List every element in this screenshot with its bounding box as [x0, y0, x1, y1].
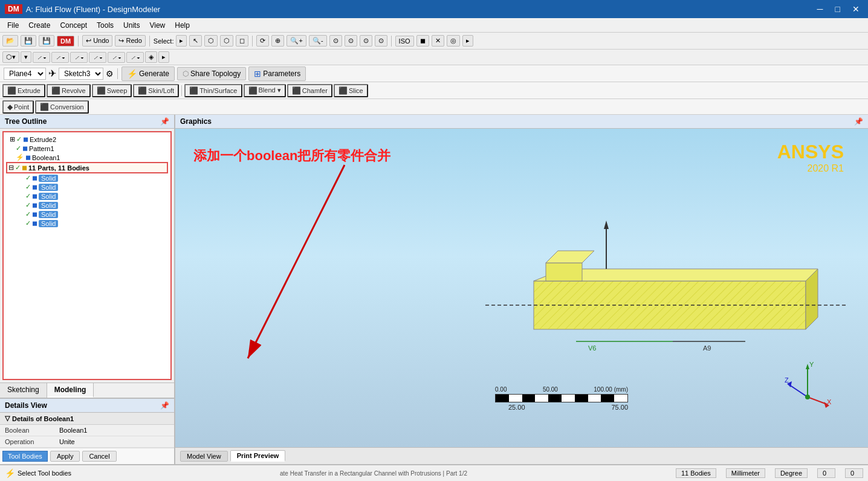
t2-btn1[interactable]: ⬡▾ [2, 51, 19, 63]
tree-item-solid6[interactable]: ✓ ◼ Solid [6, 219, 168, 228]
svg-text:V6: V6 [588, 344, 596, 352]
details-value-boolean: Boolean1 [54, 425, 174, 436]
details-view-title: Details View [5, 401, 47, 410]
t2-btn3[interactable]: ⟋▾ [33, 52, 50, 63]
tree-item-solid1[interactable]: ✓ ◼ Solid [6, 173, 168, 182]
toolbar-open[interactable]: 📂 [2, 35, 18, 47]
details-pin-icon[interactable]: 📌 [160, 401, 169, 410]
zoom-box-btn[interactable]: ⊙ [345, 35, 357, 47]
sketch-icon[interactable]: ⚙ [106, 69, 114, 79]
tree-item-extrude2[interactable]: ⊞ ✓ ◼ Extrude2 [6, 135, 168, 144]
menu-help[interactable]: Help [170, 20, 195, 31]
extra-btn[interactable]: ▸ [462, 35, 473, 47]
point-button[interactable]: ◆ Point [2, 100, 34, 114]
pan-btn[interactable]: ⊕ [271, 35, 284, 47]
parameters-icon: ⊞ [254, 69, 261, 79]
tree-expand-parts[interactable]: ⊟ [8, 164, 14, 172]
rotate-btn[interactable]: ⟳ [256, 35, 269, 47]
tab-print-preview[interactable]: Print Preview [230, 450, 286, 462]
feature-bar2: ◆ Point ⬛ Conversion [0, 99, 868, 115]
tree-item-solid2[interactable]: ✓ ◼ Solid [6, 182, 168, 192]
tree-icon-solid3: ◼ [32, 192, 37, 200]
tree-item-pattern1[interactable]: ✓ ◼ Pattern1 [6, 144, 168, 153]
menu-view[interactable]: View [144, 20, 170, 31]
display-btn[interactable]: ◎ [447, 35, 460, 47]
tab-sketching[interactable]: Sketching [0, 383, 47, 398]
iso-view-btn[interactable]: ISO [395, 36, 414, 47]
menu-units[interactable]: Units [118, 20, 144, 31]
apply-button[interactable]: Apply [50, 451, 80, 462]
tree-item-solid5[interactable]: ✓ ◼ Solid [6, 210, 168, 219]
menu-create[interactable]: Create [24, 20, 55, 31]
share-topology-button[interactable]: ⬡ Share Topology [177, 67, 246, 80]
select-mode4[interactable]: ⬡ [220, 35, 233, 47]
tree-check-parts: ✓ [15, 164, 21, 172]
t2-btn7[interactable]: ⟋▾ [108, 52, 125, 63]
tree-expand-extrude2[interactable]: ⊞ [10, 135, 15, 143]
tree-pin-icon[interactable]: 📌 [160, 117, 169, 126]
zoom-out-btn[interactable]: 🔍- [309, 35, 327, 47]
next-view-btn[interactable]: ⊙ [375, 35, 387, 47]
prev-view-btn[interactable]: ⊙ [360, 35, 372, 47]
tree-icon-solid5: ◼ [32, 210, 37, 218]
t2-btn10[interactable]: ▸ [158, 51, 169, 63]
close-button[interactable]: ✕ [849, 4, 863, 14]
app-logo: DM [5, 4, 22, 14]
graphics-pin-icon[interactable]: 📌 [854, 117, 863, 126]
select-mode1[interactable]: ▸ [176, 35, 187, 47]
parameters-button[interactable]: ⊞ Parameters [248, 66, 306, 81]
chamfer-button[interactable]: ⬛ Chamfer [287, 84, 332, 97]
render1-btn[interactable]: ◼ [416, 35, 429, 47]
thinsurface-button[interactable]: ⬛ Thin/Surface [184, 84, 242, 97]
tree-item-solid3[interactable]: ✓ ◼ Solid [6, 192, 168, 201]
details-view-header: Details View 📌 [0, 399, 174, 413]
plane-select[interactable]: Plane4 [4, 68, 46, 80]
t2-btn4[interactable]: ⟋▾ [51, 52, 69, 63]
generate-button[interactable]: ⚡ Generate [121, 66, 175, 81]
revolve-button[interactable]: ⬛ Revolve [47, 84, 91, 97]
zoom-in-btn[interactable]: 🔍+ [287, 35, 306, 47]
tool-bodies-label[interactable]: Tool Bodies [2, 451, 48, 462]
sketch-select[interactable]: Sketch3 [59, 68, 103, 80]
graphics-content[interactable]: 添加一个boolean把所有零件合并 ANSYS 2020 R1 [175, 129, 868, 447]
undo-button[interactable]: ↩ Undo [82, 35, 112, 47]
skinloft-button[interactable]: ⬛ Skin/Loft [133, 84, 179, 97]
tree-item-solid4[interactable]: ✓ ◼ Solid [6, 201, 168, 210]
redo-button[interactable]: ↪ Redo [115, 35, 145, 47]
t2-btn6[interactable]: ⟋▾ [89, 52, 106, 63]
select-mode5[interactable]: ◻ [236, 35, 248, 47]
sweep-button[interactable]: ⬛ Sweep [92, 84, 132, 97]
t2-btn2[interactable]: ▾ [21, 51, 31, 63]
minimize-button[interactable]: ─ [814, 4, 827, 14]
sep6 [181, 85, 182, 96]
slice-button[interactable]: ⬛ Slice [334, 84, 368, 97]
t2-btn9[interactable]: ◈ [145, 51, 157, 63]
scale-sub-75: 75.00 [611, 404, 628, 411]
plane-icon[interactable]: ✈ [48, 68, 56, 79]
menu-file[interactable]: File [2, 20, 24, 31]
tree-item-parts[interactable]: ⊟ ✓ ◼ 11 Parts, 11 Bodies [6, 162, 168, 173]
select-mode2[interactable]: ↖ [189, 35, 202, 47]
menu-tools[interactable]: Tools [92, 20, 118, 31]
app-wrapper: DM A: Fluid Flow (Fluent) - DesignModele… [0, 0, 868, 481]
tree-item-boolean1[interactable]: ⚡ ◼ Boolean1 [6, 153, 168, 162]
cancel-button[interactable]: Cancel [82, 451, 116, 462]
blend-button[interactable]: ⬛ Blend ▾ [244, 84, 286, 97]
menu-concept[interactable]: Concept [55, 20, 92, 31]
freeze-btn[interactable]: ✕ [432, 35, 444, 47]
extrude-button[interactable]: ⬛ Extrude [2, 84, 45, 97]
toolbar-save[interactable]: 💾 [21, 35, 36, 47]
toolbar-dm[interactable]: DM [57, 36, 74, 47]
details-collapse-icon[interactable]: ▽ [5, 415, 10, 422]
tab-sketching-label: Sketching [7, 386, 39, 394]
t2-btn8[interactable]: ⟋▾ [126, 52, 144, 63]
fit-btn[interactable]: ⊙ [329, 35, 342, 47]
tab-model-view[interactable]: Model View [180, 451, 228, 462]
tab-modeling[interactable]: Modeling [47, 383, 94, 398]
t2-btn5[interactable]: ⟋▾ [70, 52, 88, 63]
select-mode3[interactable]: ⬡ [204, 35, 218, 47]
generate-label: Generate [139, 69, 169, 78]
conversion-button[interactable]: ⬛ Conversion [35, 100, 89, 114]
maximize-button[interactable]: □ [832, 4, 844, 14]
toolbar-save2[interactable]: 💾 [39, 35, 54, 47]
